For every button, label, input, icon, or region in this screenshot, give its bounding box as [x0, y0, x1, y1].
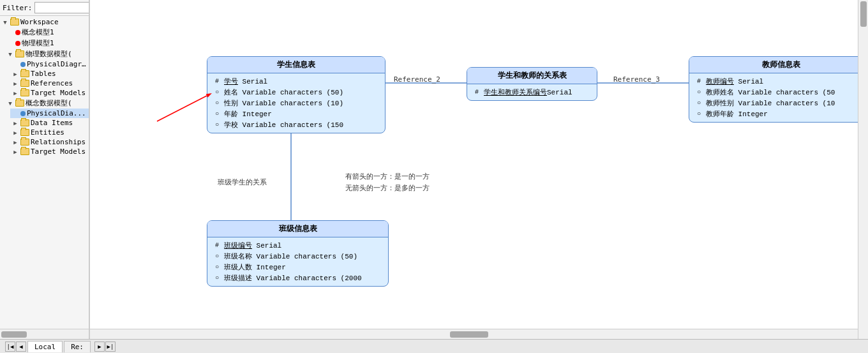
folder-icon10: [20, 148, 29, 155]
folder-icon5: [20, 89, 29, 96]
row-text: 教师年龄 Integer: [706, 109, 768, 119]
svg-line-12: [157, 96, 207, 121]
relation-table[interactable]: 学生和教师的关系表 # 学生和教师关系编号Serial: [467, 67, 597, 101]
sidebar-item-tables[interactable]: ▶ Tables: [10, 69, 89, 79]
row-symbol: ○: [213, 100, 221, 107]
expand-icon13: ▶: [11, 139, 19, 146]
dot-icon: [15, 30, 20, 35]
row-symbol: ○: [694, 100, 703, 107]
row-symbol: ○: [213, 264, 221, 271]
nav-next[interactable]: ▶: [94, 342, 105, 352]
sidebar-item-physdiag1[interactable]: PhysicalDiagr...: [10, 59, 89, 69]
folder-icon: [10, 19, 19, 26]
row-text: 年龄 Integer: [224, 109, 272, 119]
sidebar-item-targetmodels2[interactable]: ▶ Target Models: [10, 147, 89, 156]
sidebar-item-relationships[interactable]: ▶ Relationships: [10, 137, 89, 147]
sidebar-item-targetmodels1[interactable]: ▶ Target Models: [10, 88, 89, 98]
folder-icon3: [20, 70, 29, 77]
dot-icon3: [20, 62, 26, 67]
canvas-inner: 学生信息表 # 学号 Serial ○ 姓名 Variable characte…: [90, 0, 856, 339]
filter-input[interactable]: [34, 2, 89, 13]
row-text: 学生和教师关系编号Serial: [484, 87, 572, 97]
sidebar-item-physdiag2[interactable]: PhysicalDia...: [10, 109, 89, 118]
row-symbol: ○: [213, 274, 221, 282]
tab-re[interactable]: Re:: [64, 341, 91, 352]
teacher-table[interactable]: 教师信息表 # 教师编号 Serial ○ 教师姓名 Variable char…: [689, 56, 858, 123]
sidebar: Filter: ▼ Workspace 概念模型1 物理模型1: [0, 0, 89, 339]
entities-label: Entities: [31, 128, 64, 137]
sidebar-item-references[interactable]: ▶ References: [10, 79, 89, 88]
table-row: ○ 班级名称 Variable characters (50): [213, 251, 383, 262]
expand-icon8: ▶: [11, 89, 19, 97]
expand-icon2: [6, 29, 14, 36]
nav-first[interactable]: |◀: [5, 342, 15, 352]
sidebar-item-entities[interactable]: ▶ Entities: [10, 128, 89, 137]
targetmodels1-label: Target Models: [31, 89, 86, 97]
row-symbol: #: [213, 78, 221, 85]
sidebar-item-physicaldata[interactable]: ▼ 物理数据模型(: [5, 49, 89, 59]
row-symbol: ○: [694, 89, 703, 96]
expand-icon10: [11, 110, 19, 117]
row-text: 姓名 Variable characters (50): [224, 87, 343, 97]
right-scroll-thumb[interactable]: [860, 1, 867, 27]
canvas-area[interactable]: 学生信息表 # 学号 Serial ○ 姓名 Variable characte…: [89, 0, 858, 339]
nav-prev[interactable]: ◀: [16, 342, 26, 352]
reference2-label: Reference_2: [394, 75, 440, 84]
relationships-label: Relationships: [31, 138, 86, 146]
sidebar-item-physical1[interactable]: 物理模型1: [5, 38, 89, 49]
table-row: # 班级编号 Serial: [213, 240, 383, 251]
expand-icon14: ▶: [11, 148, 19, 156]
student-table[interactable]: 学生信息表 # 学号 Serial ○ 姓名 Variable characte…: [207, 56, 385, 133]
canvas-hscroll[interactable]: [90, 329, 858, 339]
row-text: 班级编号 Serial: [224, 241, 281, 250]
canvas-scroll-thumb[interactable]: [450, 331, 488, 338]
expand-icon6: ▶: [11, 70, 19, 78]
class-table-body: # 班级编号 Serial ○ 班级名称 Variable characters…: [207, 237, 388, 286]
tab-local[interactable]: Local: [27, 341, 63, 352]
folder-icon2: [15, 50, 24, 57]
filter-bar: Filter:: [0, 0, 89, 16]
dataitems-label: Data Items: [31, 119, 73, 127]
sidebar-item-dataitems[interactable]: ▶ Data Items: [10, 118, 89, 128]
physdiag1-label: PhysicalDiagr...: [27, 60, 87, 68]
table-row: ○ 教师年龄 Integer: [694, 109, 858, 119]
table-row: # 学生和教师关系编号Serial: [472, 87, 592, 98]
bottom-nav: |◀ ◀: [5, 342, 26, 352]
sidebar-hscroll[interactable]: [0, 329, 89, 339]
connector-svg: [90, 0, 856, 339]
teacher-table-body: # 教师编号 Serial ○ 教师姓名 Variable characters…: [689, 73, 858, 122]
table-row: ○ 教师姓名 Variable characters (50: [694, 87, 858, 98]
expand-icon7: ▶: [11, 80, 19, 87]
table-row: ○ 学校 Variable characters (150: [213, 119, 380, 130]
sidebar-item-conceptual1[interactable]: 概念模型1: [5, 27, 89, 38]
row-symbol: ○: [213, 89, 221, 96]
row-text: 班级名称 Variable characters (50): [224, 252, 357, 261]
expand-icon: ▼: [1, 19, 9, 26]
student-table-body: # 学号 Serial ○ 姓名 Variable characters (50…: [207, 73, 385, 133]
class-table-title: 班级信息表: [207, 221, 388, 237]
row-symbol: #: [694, 78, 703, 85]
row-text: 学校 Variable characters (150: [224, 120, 343, 130]
scroll-thumb[interactable]: [1, 331, 27, 338]
table-row: ○ 班级人数 Integer: [213, 262, 383, 273]
class-table[interactable]: 班级信息表 # 班级编号 Serial ○ 班级名称 Variable char…: [207, 220, 389, 287]
dot-icon2: [15, 41, 20, 46]
relation-table-body: # 学生和教师关系编号Serial: [467, 84, 597, 100]
table-row: # 教师编号 Serial: [694, 76, 858, 87]
expand-icon9: ▼: [6, 100, 14, 107]
table-row: ○ 性别 Variable characters (10): [213, 98, 380, 109]
right-scrollbar[interactable]: [858, 0, 868, 339]
table-row: ○ 班级描述 Variable characters (2000: [213, 273, 383, 283]
row-symbol: ○: [213, 110, 221, 117]
reference3-label: Reference_3: [613, 75, 660, 84]
sidebar-item-conceptualdata[interactable]: ▼ 概念数据模型(: [5, 98, 89, 109]
nav-last[interactable]: ▶|: [105, 342, 116, 352]
filter-label: Filter:: [3, 4, 32, 12]
sidebar-item-workspace[interactable]: ▼ Workspace: [0, 17, 89, 27]
bottom-nav2: ▶ ▶|: [94, 342, 116, 352]
tables-label: Tables: [31, 70, 56, 78]
physdiag2-label: PhysicalDia...: [27, 109, 86, 117]
row-text: 班级人数 Integer: [224, 262, 286, 272]
row-text: 学号 Serial: [224, 77, 267, 86]
table-row: ○ 姓名 Variable characters (50): [213, 87, 380, 98]
